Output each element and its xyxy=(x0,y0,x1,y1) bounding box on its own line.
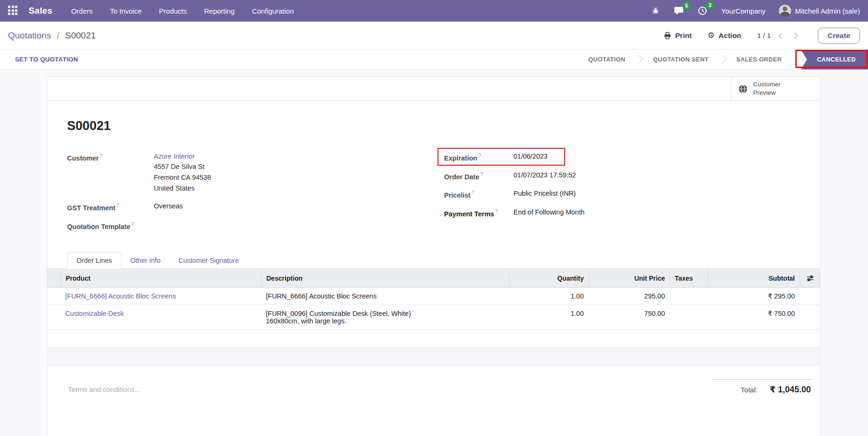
stage-quotation-sent[interactable]: QUOTATION SENT xyxy=(640,56,721,63)
company-switcher[interactable]: YourCompany xyxy=(721,7,766,15)
optional-columns-button[interactable] xyxy=(800,269,820,287)
header-description: Description xyxy=(261,269,509,287)
row-taxes xyxy=(670,305,708,329)
row-description: [FURN_0096] Customizable Desk (Steel, Wh… xyxy=(261,305,509,329)
customer-address-line: 4557 De Silva St xyxy=(154,161,211,172)
menu-configuration[interactable]: Configuration xyxy=(252,7,294,15)
breadcrumb-separator: / xyxy=(57,31,59,40)
menu-reporting[interactable]: Reporting xyxy=(204,7,234,15)
pager-previous-icon[interactable] xyxy=(778,32,785,38)
breadcrumb-current: S00021 xyxy=(65,31,96,40)
header-taxes: Taxes xyxy=(670,269,708,287)
row-handle[interactable] xyxy=(47,288,60,305)
app-brand[interactable]: Sales xyxy=(29,6,53,16)
statusbar: SET TO QUOTATION QUOTATION QUOTATION SEN… xyxy=(0,50,868,69)
help-icon: ? xyxy=(131,222,134,227)
bug-icon[interactable] xyxy=(651,7,660,15)
field-label-expiration: Expiration? xyxy=(444,151,513,163)
print-button[interactable]: Print xyxy=(664,31,692,40)
field-label-order-date: Order Date? xyxy=(444,170,513,182)
control-panel: Quotations / S00021 Print ⚙ Action 1 / 1… xyxy=(0,22,868,50)
row-handle[interactable] xyxy=(47,305,60,329)
help-icon: ? xyxy=(480,172,483,177)
pricelist-value[interactable]: Public Pricelist (INR) xyxy=(513,188,576,200)
table-header-row: Product Description Quantity Unit Price … xyxy=(47,269,820,288)
field-label-gst: GST Treatment? xyxy=(67,201,154,213)
globe-icon xyxy=(738,84,748,94)
help-icon: ? xyxy=(471,190,474,195)
field-label-payment-terms: Payment Terms? xyxy=(444,207,513,219)
apps-grid-icon[interactable] xyxy=(8,6,18,16)
field-quotation-template: Quotation Template? xyxy=(67,220,444,232)
handle-column-header xyxy=(47,269,60,287)
menu-orders[interactable]: Orders xyxy=(71,7,93,15)
total-block: Total: ₹ 1,045.00 xyxy=(711,379,811,395)
gear-icon: ⚙ xyxy=(708,31,715,39)
product-link[interactable]: Customizable Desk xyxy=(65,310,124,317)
order-date-value[interactable]: 01/07/2023 17:59:52 xyxy=(513,170,576,182)
header-quantity: Quantity xyxy=(509,269,589,287)
set-to-quotation-button[interactable]: SET TO QUOTATION xyxy=(15,56,78,63)
header-unit-price: Unit Price xyxy=(589,269,670,287)
row-quantity: 1.00 xyxy=(509,288,589,305)
pager-next-icon[interactable] xyxy=(792,32,798,38)
help-icon: ? xyxy=(478,153,481,158)
form-sheet: Customer Preview S00021 Customer? Azure … xyxy=(47,76,821,436)
expiration-value[interactable]: 01/06/2023 xyxy=(513,151,548,163)
help-icon: ? xyxy=(495,209,498,214)
product-link[interactable]: [FURN_6666] Acoustic Bloc Screens xyxy=(65,292,176,300)
gst-value[interactable]: Overseas xyxy=(154,201,183,213)
row-quantity: 1.00 xyxy=(509,305,589,329)
activities-clock-icon[interactable]: 3 xyxy=(698,6,707,15)
customer-link[interactable]: Azure Interior xyxy=(154,151,211,161)
terms-and-conditions-input[interactable]: Terms and conditions... xyxy=(68,379,443,395)
nav-menu: Orders To Invoice Products Reporting Con… xyxy=(71,7,294,15)
header-subtotal: Subtotal xyxy=(708,269,800,287)
row-unit-price: 750.00 xyxy=(589,305,670,329)
field-label-template: Quotation Template? xyxy=(67,220,154,232)
field-pricelist: Pricelist? Public Pricelist (INR) xyxy=(444,188,800,200)
help-icon: ? xyxy=(116,203,119,208)
button-box: Customer Preview xyxy=(47,77,820,101)
tab-other-info[interactable]: Other Info xyxy=(121,252,169,268)
customer-preview-button[interactable]: Customer Preview xyxy=(731,77,820,100)
total-value: ₹ 1,045.00 xyxy=(770,384,811,395)
total-label: Total: xyxy=(741,386,758,394)
pager: 1 / 1 xyxy=(757,31,797,39)
empty-table-row-striped xyxy=(47,348,820,367)
field-customer: Customer? Azure Interior 4557 De Silva S… xyxy=(67,151,444,194)
menu-products[interactable]: Products xyxy=(159,7,187,15)
field-expiration: Expiration? 01/06/2023 xyxy=(444,151,800,163)
payment-terms-value[interactable]: End of Following Month xyxy=(513,207,585,219)
messages-badge: 5 xyxy=(683,2,690,9)
row-description: [FURN_6666] Acoustic Bloc Screens xyxy=(261,288,509,305)
stage-pipeline: QUOTATION QUOTATION SENT SALES ORDER CAN… xyxy=(576,50,868,69)
sheet-footer: Terms and conditions... Total: ₹ 1,045.0… xyxy=(47,379,820,395)
activities-badge: 3 xyxy=(706,2,714,9)
table-row[interactable]: Customizable Desk [FURN_0096] Customizab… xyxy=(47,305,820,330)
empty-table-row xyxy=(47,330,820,348)
stage-quotation[interactable]: QUOTATION xyxy=(576,56,638,63)
user-menu[interactable]: Mitchell Admin (sale) xyxy=(779,5,860,17)
row-subtotal: ₹ 295.00 xyxy=(708,288,800,305)
customer-address-line: United States xyxy=(154,183,211,194)
user-avatar xyxy=(779,5,791,17)
customer-address-line: Fremont CA 94538 xyxy=(154,172,211,183)
field-gst-treatment: GST Treatment? Overseas xyxy=(67,201,444,213)
tab-customer-signature[interactable]: Customer Signature xyxy=(169,252,248,268)
messages-icon[interactable]: 5 xyxy=(674,7,684,15)
action-button[interactable]: ⚙ Action xyxy=(708,31,741,40)
header-product: Product xyxy=(60,269,261,287)
tab-order-lines[interactable]: Order Lines xyxy=(67,252,121,269)
breadcrumb-quotations[interactable]: Quotations xyxy=(8,31,51,40)
stage-sales-order[interactable]: SALES ORDER xyxy=(724,56,794,63)
stage-cancelled-active[interactable]: CANCELLED xyxy=(801,50,868,69)
row-unit-price: 295.00 xyxy=(589,288,670,305)
content-area: Customer Preview S00021 Customer? Azure … xyxy=(0,69,868,436)
field-label-customer: Customer? xyxy=(67,151,154,194)
create-button[interactable]: Create xyxy=(818,28,860,44)
row-subtotal: ₹ 750.00 xyxy=(708,305,800,329)
table-row[interactable]: [FURN_6666] Acoustic Bloc Screens [FURN_… xyxy=(47,288,820,305)
help-icon: ? xyxy=(100,153,103,158)
menu-to-invoice[interactable]: To Invoice xyxy=(110,7,142,15)
